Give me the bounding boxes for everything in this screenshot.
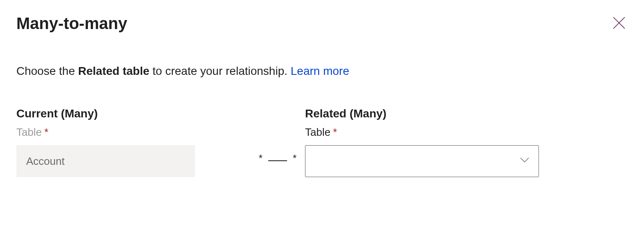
current-table-label: Table* bbox=[16, 126, 250, 139]
current-table-value: Account bbox=[16, 145, 195, 177]
connector-star-right: * bbox=[293, 153, 296, 163]
relationship-columns: Current (Many) Table* Account * * Relate… bbox=[16, 107, 628, 177]
related-table-label: Table* bbox=[305, 126, 539, 139]
description-bold: Related table bbox=[78, 65, 149, 77]
related-table-select[interactable] bbox=[305, 145, 539, 177]
current-input-wrap: Account bbox=[16, 145, 250, 177]
connector-star-left: * bbox=[259, 153, 263, 163]
close-button[interactable] bbox=[610, 14, 628, 33]
connector-line bbox=[268, 160, 287, 161]
current-required-mark: * bbox=[44, 126, 48, 138]
learn-more-link[interactable]: Learn more bbox=[291, 65, 349, 77]
description-prefix: Choose the bbox=[16, 65, 78, 77]
relationship-connector: * * bbox=[250, 107, 305, 177]
chevron-down-icon bbox=[519, 154, 530, 169]
description-suffix: to create your relationship. bbox=[149, 65, 291, 77]
dialog-header: Many-to-many bbox=[16, 14, 628, 33]
related-heading: Related (Many) bbox=[305, 107, 539, 120]
close-icon bbox=[612, 16, 626, 31]
dialog-description: Choose the Related table to create your … bbox=[16, 65, 628, 78]
related-required-mark: * bbox=[333, 126, 337, 138]
current-column: Current (Many) Table* Account bbox=[16, 107, 250, 177]
related-label-text: Table bbox=[305, 126, 330, 138]
current-heading: Current (Many) bbox=[16, 107, 250, 120]
related-input-wrap bbox=[305, 145, 539, 177]
related-column: Related (Many) Table* bbox=[305, 107, 539, 177]
page-title: Many-to-many bbox=[16, 14, 127, 32]
current-label-text: Table bbox=[16, 126, 42, 138]
